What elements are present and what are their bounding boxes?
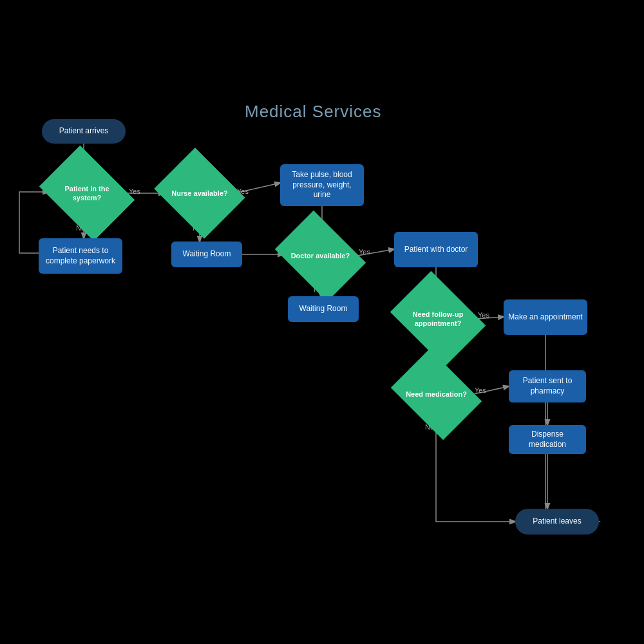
need-medication-node: Need medication? xyxy=(399,367,473,422)
waiting-room-2-node: Waiting Room xyxy=(288,296,359,322)
waiting-room-1-node: Waiting Room xyxy=(171,242,242,267)
make-appointment-node: Make an appointment xyxy=(504,299,587,335)
label-yes-doctor: Yes xyxy=(359,248,370,256)
chart-title: Medical Services xyxy=(245,102,382,122)
dispense-medication-node: Dispense medication xyxy=(509,425,586,454)
label-yes-medication: Yes xyxy=(475,386,486,394)
need-followup-node: Need follow-up appointment? xyxy=(399,290,477,348)
label-yes-system: Yes xyxy=(129,187,140,195)
label-yes-followup: Yes xyxy=(478,311,489,319)
patient-with-doctor-node: Patient with doctor xyxy=(394,232,478,267)
patient-arrives-node: Patient arrives xyxy=(42,119,126,144)
patient-paperwork-node: Patient needs to complete paperwork xyxy=(39,238,122,274)
patient-leaves-node: Patient leaves xyxy=(515,509,599,535)
patient-in-system-node: Patient in the system? xyxy=(48,164,126,222)
nurse-available-node: Nurse available? xyxy=(164,164,235,222)
take-pulse-node: Take pulse, blood pressure, weight, urin… xyxy=(280,164,364,206)
doctor-available-node: Doctor available? xyxy=(283,229,357,283)
patient-pharmacy-node: Patient sent to pharmacy xyxy=(509,370,586,402)
flowchart-canvas: Medical Services xyxy=(0,0,644,644)
